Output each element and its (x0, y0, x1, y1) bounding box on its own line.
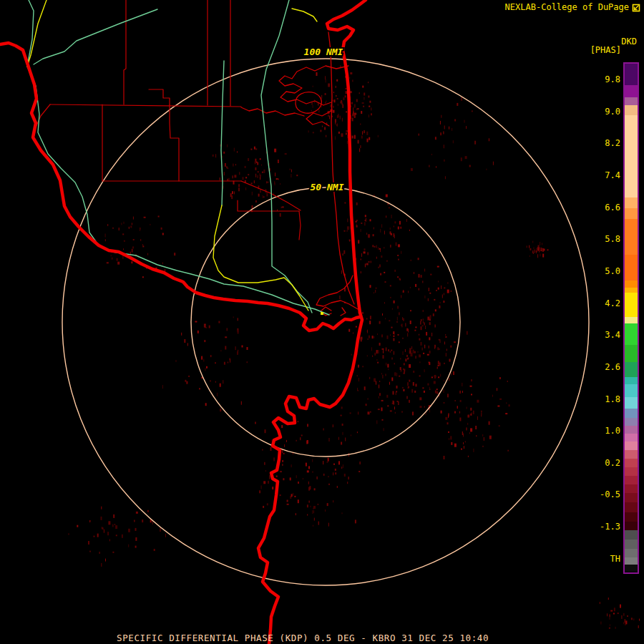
range-rings (62, 59, 589, 585)
colorbar-tick: 3.4 (605, 330, 620, 340)
colorbar-tick: 8.2 (605, 138, 620, 148)
colorbar-segment (625, 85, 638, 97)
colorbar-segment (625, 280, 638, 288)
colorbar-segment (625, 115, 638, 197)
colorbar-segment (625, 565, 638, 572)
colorbar-segment (625, 345, 638, 362)
colorbar-segment (625, 476, 638, 484)
colorbar-tick: 7.4 (605, 170, 620, 180)
radar-map: 100 NMI50 NMI (0, 0, 644, 644)
nexlab-title: NEXLAB-College of DuPage (505, 3, 629, 12)
product-caption: SPECIFIC DIFFERENTIAL PHASE (KDP) 0.5 DE… (117, 633, 489, 643)
colorbar-tick: 4.2 (605, 298, 620, 308)
colorbar-segment (625, 549, 638, 557)
colorbar-segment (625, 484, 638, 493)
colorbar-tick: TH (610, 554, 620, 564)
colorbar-segment (625, 530, 638, 540)
rio-grande-river (0, 43, 360, 331)
cod-logo-icon (632, 3, 640, 12)
colorbar-segment (625, 384, 638, 397)
range-ring-50nmi (191, 187, 460, 457)
colorbar-segment (625, 493, 638, 502)
range-ring-label: 50 NMI (311, 182, 344, 192)
colorbar-segment (625, 522, 638, 530)
colorbar-segment (625, 540, 638, 549)
range-ring-label: 100 NMI (304, 47, 343, 57)
colorbar-segment (625, 293, 638, 317)
product-units-label: [PHAS] (590, 45, 621, 55)
roads-green (27, 0, 329, 315)
colorbar-segment (625, 441, 638, 450)
range-ring-100nmi (62, 59, 589, 585)
colorbar-segment (625, 434, 638, 441)
colorbar-segment (625, 397, 638, 409)
colorbar-segment (625, 450, 638, 459)
radar-display: 100 NMI50 NMI NEXLAB-College of DuPage D… (0, 0, 644, 644)
colorbar-tick: 5.0 (605, 266, 620, 276)
colorbar-segment (625, 97, 638, 105)
colorbar-segment (625, 512, 638, 522)
colorbar-tick: -1.3 (600, 522, 620, 532)
colorbar-segment (625, 426, 638, 434)
colorbar-tick: 5.8 (605, 234, 620, 244)
colorbar-segment (625, 105, 638, 115)
colorbar-segment (625, 197, 638, 208)
colorbar-segment (625, 409, 638, 418)
city-marker (321, 312, 323, 315)
colorbar (623, 62, 639, 574)
colorbar-segment (625, 288, 638, 293)
colorbar-segment (625, 502, 638, 512)
colorbar-tick: 0.2 (605, 458, 620, 468)
colorbar-segment (625, 467, 638, 476)
radar-echo-speckles (69, 65, 640, 629)
colorbar-segment (625, 219, 638, 255)
colorbar-tick: 1.8 (605, 394, 620, 404)
colorbar-tick: 2.6 (605, 362, 620, 372)
colorbar-tick: 6.6 (605, 203, 620, 213)
colorbar-segment (625, 377, 638, 384)
colorbar-tick: -0.5 (600, 489, 620, 499)
nexlab-header: NEXLAB-College of DuPage (505, 3, 640, 12)
colorbar-segment (625, 208, 638, 219)
colorbar-tick: 9.0 (605, 107, 620, 117)
colorbar-segment (625, 418, 638, 426)
colorbar-tick: 9.8 (605, 74, 620, 84)
coastline (258, 0, 366, 644)
colorbar-segment (625, 362, 638, 377)
product-code-label: DKD (621, 36, 637, 47)
colorbar-segment (625, 557, 638, 565)
colorbar-segment (625, 323, 638, 345)
colorbar-segment (625, 459, 638, 467)
city-dot (321, 312, 323, 315)
colorbar-segment (625, 317, 638, 323)
map-detail-lines (241, 32, 358, 316)
colorbar-tick: 1.0 (605, 426, 620, 436)
colorbar-segment (625, 64, 638, 85)
colorbar-segment (625, 255, 638, 280)
